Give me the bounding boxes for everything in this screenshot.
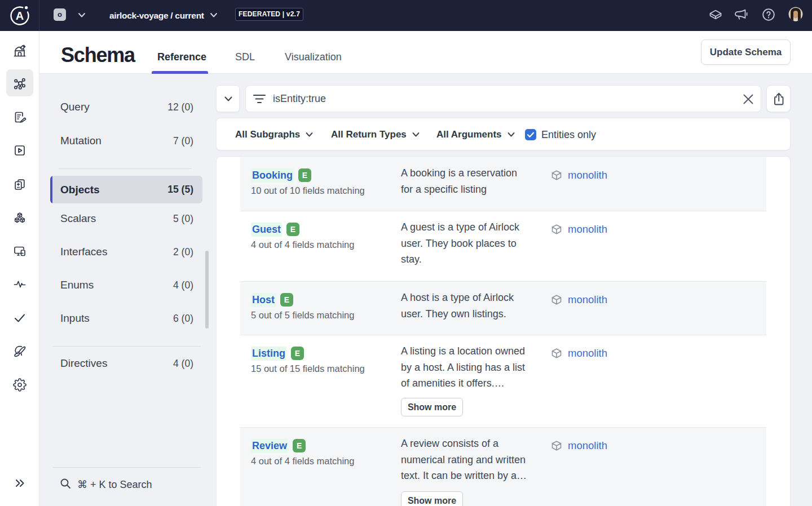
svg-text:A: A [16, 10, 24, 22]
